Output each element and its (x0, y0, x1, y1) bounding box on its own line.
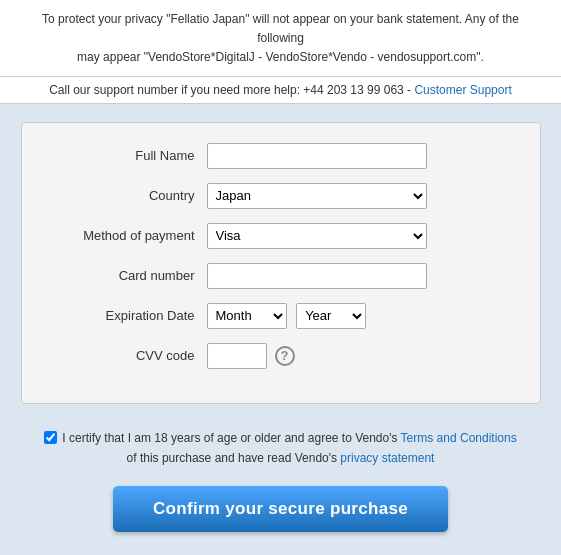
terms-text: I certify that I am 18 years of age or o… (62, 428, 516, 448)
expiration-label: Expiration Date (52, 308, 207, 323)
country-label: Country (52, 188, 207, 203)
confirm-purchase-button[interactable]: Confirm your secure purchase (113, 486, 448, 532)
cvv-row: CVV code ? (52, 343, 510, 369)
card-number-field (207, 263, 510, 289)
full-name-row: Full Name (52, 143, 510, 169)
card-number-input[interactable] (207, 263, 427, 289)
expiration-year-select[interactable]: Year 2024 2025 2026 2027 2028 2029 2030 (296, 303, 366, 329)
privacy-link[interactable]: privacy statement (340, 451, 434, 465)
terms-label-before: I certify that I am 18 years of age or o… (62, 431, 400, 445)
cvv-help-icon[interactable]: ? (275, 346, 295, 366)
full-name-label: Full Name (52, 148, 207, 163)
terms-label-middle: of this purchase and have read Vendo's (127, 451, 341, 465)
payment-method-row: Method of payment Visa MasterCard Americ… (52, 223, 510, 249)
expiration-row: Expiration Date Month 01 02 03 04 05 06 … (52, 303, 510, 329)
full-name-field (207, 143, 510, 169)
expiration-month-select[interactable]: Month 01 02 03 04 05 06 07 08 09 10 11 1… (207, 303, 287, 329)
checkbox-row: I certify that I am 18 years of age or o… (20, 428, 541, 448)
terms-checkbox[interactable] (44, 431, 57, 444)
cvv-input[interactable] (207, 343, 267, 369)
support-bar: Call our support number if you need more… (0, 77, 561, 104)
expiration-field: Month 01 02 03 04 05 06 07 08 09 10 11 1… (207, 303, 510, 329)
customer-support-link[interactable]: Customer Support (414, 83, 511, 97)
country-select[interactable]: Japan United States United Kingdom Austr… (207, 183, 427, 209)
full-name-input[interactable] (207, 143, 427, 169)
payment-method-label: Method of payment (52, 228, 207, 243)
cvv-label: CVV code (52, 348, 207, 363)
payment-method-select[interactable]: Visa MasterCard American Express (207, 223, 427, 249)
cvv-wrap: ? (207, 343, 510, 369)
notice-line2: may appear "VendoStore*DigitalJ - VendoS… (77, 50, 484, 64)
terms-checkbox-area: I certify that I am 18 years of age or o… (0, 418, 561, 477)
privacy-notice: To protect your privacy "Fellatio Japan"… (0, 0, 561, 77)
notice-line1: To protect your privacy "Fellatio Japan"… (42, 12, 519, 45)
payment-form: Full Name Country Japan United States Un… (21, 122, 541, 404)
country-field: Japan United States United Kingdom Austr… (207, 183, 510, 209)
card-number-row: Card number (52, 263, 510, 289)
terms-line2: of this purchase and have read Vendo's p… (20, 448, 541, 468)
support-text: Call our support number if you need more… (49, 83, 414, 97)
payment-method-field: Visa MasterCard American Express (207, 223, 510, 249)
country-row: Country Japan United States United Kingd… (52, 183, 510, 209)
cvv-field: ? (207, 343, 510, 369)
terms-link[interactable]: Terms and Conditions (401, 431, 517, 445)
card-number-label: Card number (52, 268, 207, 283)
confirm-button-wrap: Confirm your secure purchase (0, 476, 561, 552)
